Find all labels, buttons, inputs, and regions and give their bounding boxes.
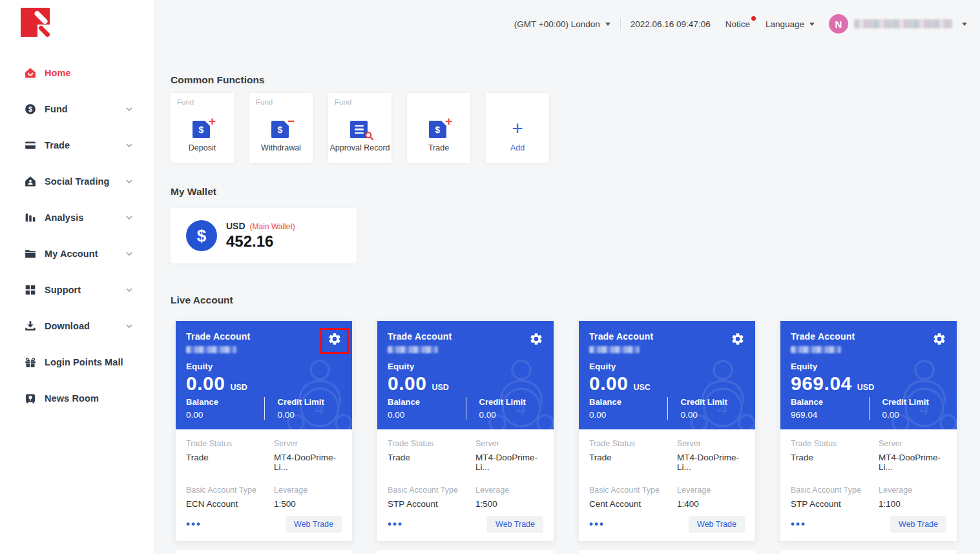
server-value: MT4-DooPrime-Li...	[475, 453, 543, 472]
logo-slash-white	[34, 10, 48, 25]
credit-limit-value: 0.00	[479, 410, 544, 420]
svg-text:$: $	[28, 105, 32, 113]
function-label: Trade	[428, 143, 449, 152]
web-trade-button[interactable]: Web Trade	[890, 516, 946, 533]
avatar: N	[829, 14, 848, 34]
deposit-icon: $+	[193, 116, 212, 141]
gear-icon[interactable]	[731, 332, 745, 346]
leverage-value: 1:500	[475, 499, 543, 509]
credit-limit-label: Credit Limit	[882, 397, 947, 407]
server-value: MT4-DooPrime-Li...	[879, 453, 946, 472]
sidebar-item-label: Download	[45, 321, 126, 331]
balance-value: 0.00	[186, 410, 264, 420]
wallet-card[interactable]: $ USD (Main Wallet) 452.16	[171, 208, 357, 263]
section-title-live-account: Live Account	[171, 294, 233, 306]
timezone-selector[interactable]: (GMT +00:00) London	[514, 19, 610, 29]
leverage-value: 1:400	[677, 499, 745, 509]
function-label: Deposit	[189, 143, 216, 152]
web-trade-button[interactable]: Web Trade	[487, 516, 543, 533]
analysis-icon	[25, 212, 36, 223]
leverage-label: Leverage	[879, 486, 946, 495]
main-content: (GMT +00:00) London 2022.06.16 09:47:06 …	[155, 0, 980, 554]
sidebar-item-social-trading[interactable]: Social Trading	[0, 163, 154, 200]
chevron-down-icon	[809, 23, 815, 26]
datetime-label: 2022.06.16 09:47:06	[631, 19, 711, 29]
account-card-header: Trade Account Equity 0.00 USC Balance 0.…	[579, 321, 755, 429]
sidebar-item-fund[interactable]: $ Fund	[0, 91, 154, 127]
balance-label: Balance	[388, 397, 466, 407]
sidebar-item-home[interactable]: Home	[0, 55, 154, 91]
sidebar-item-trade[interactable]: Trade	[0, 127, 154, 163]
sidebar-item-download[interactable]: Download	[0, 308, 154, 344]
function-card-trade[interactable]: $+ Trade	[407, 93, 470, 163]
sidebar-item-label: Analysis	[45, 212, 126, 223]
account-type-label: Basic Account Type	[186, 486, 274, 495]
user-menu[interactable]: N	[829, 14, 967, 34]
sidebar-item-my-account[interactable]: My Account	[0, 236, 154, 272]
sidebar: Home $ Fund Trade Social Trading	[0, 0, 155, 554]
account-card-4: Trade Account Equity 969.04 USD Balance …	[780, 321, 957, 541]
more-actions-button[interactable]: •••	[791, 521, 806, 528]
home-icon	[25, 67, 36, 79]
equity-label: Equity	[589, 362, 745, 371]
sidebar-item-news-room[interactable]: News Room	[0, 380, 154, 416]
function-tag: Fund	[335, 98, 351, 106]
notice-link[interactable]: Notice	[725, 19, 750, 29]
dollar-circle-icon: $	[186, 220, 217, 251]
account-card-title: Trade Account	[589, 331, 653, 342]
balance-label: Balance	[589, 397, 667, 407]
account-card-body: Trade Status Trade Server MT4-DooPrime-L…	[780, 429, 957, 541]
server-label: Server	[475, 439, 543, 448]
gear-icon[interactable]	[932, 332, 946, 346]
credit-limit-value: 0.00	[882, 410, 947, 420]
more-actions-button[interactable]: •••	[388, 521, 403, 528]
balance-value: 969.04	[791, 410, 869, 420]
function-card-approval-record[interactable]: Fund Approval Record	[328, 93, 391, 163]
news-icon	[25, 393, 36, 404]
sidebar-menu: Home $ Fund Trade Social Trading	[0, 55, 154, 416]
gear-icon[interactable]	[529, 332, 543, 346]
account-type-value: STP Account	[388, 499, 475, 509]
section-title-my-wallet: My Wallet	[171, 186, 216, 198]
download-icon	[25, 320, 36, 332]
account-type-label: Basic Account Type	[388, 486, 475, 495]
sidebar-item-support[interactable]: Support	[0, 272, 154, 308]
trade-status-label: Trade Status	[589, 439, 677, 448]
server-label: Server	[677, 439, 745, 448]
web-trade-button[interactable]: Web Trade	[689, 516, 745, 533]
account-type-value: Cent Account	[589, 499, 677, 509]
trade-status-value: Trade	[589, 453, 677, 462]
more-actions-button[interactable]: •••	[186, 521, 202, 528]
sidebar-item-login-points-mall[interactable]: Login Points Mall	[0, 344, 154, 380]
sidebar-item-label: Fund	[45, 104, 126, 114]
gift-icon	[25, 356, 36, 368]
sidebar-item-analysis[interactable]: Analysis	[0, 200, 154, 236]
account-number-redacted	[589, 346, 640, 353]
web-trade-button[interactable]: Web Trade	[286, 516, 342, 533]
language-label: Language	[766, 19, 804, 29]
notice-badge-dot	[751, 16, 756, 21]
wallet-amount: 452.16	[226, 232, 295, 251]
next-section-card-tops	[176, 550, 957, 554]
credit-limit-label: Credit Limit	[278, 397, 342, 407]
account-number-redacted	[388, 346, 438, 353]
equity-value: 0.00	[589, 373, 628, 395]
credit-limit-value: 0.00	[278, 410, 342, 420]
function-card-add[interactable]: + Add	[486, 93, 549, 163]
trade-status-value: Trade	[186, 453, 274, 462]
balance-value: 0.00	[388, 410, 466, 420]
live-account-row: Trade Account Equity 0.00 USD Balance	[176, 321, 957, 541]
server-value: MT4-DooPrime-Li...	[677, 453, 745, 472]
my-account-icon	[25, 248, 36, 260]
function-card-deposit[interactable]: Fund $+ Deposit	[171, 93, 234, 163]
account-type-label: Basic Account Type	[589, 486, 677, 495]
sidebar-item-label: News Room	[45, 393, 132, 404]
language-selector[interactable]: Language	[766, 19, 815, 29]
brand-logo[interactable]	[21, 8, 50, 37]
account-card-title: Trade Account	[791, 331, 855, 342]
more-actions-button[interactable]: •••	[589, 521, 605, 528]
equity-label: Equity	[388, 362, 543, 371]
function-card-withdrawal[interactable]: Fund $− Withdrawal	[249, 93, 313, 163]
chevron-down-icon	[962, 23, 967, 26]
leverage-value: 1:500	[274, 499, 342, 509]
